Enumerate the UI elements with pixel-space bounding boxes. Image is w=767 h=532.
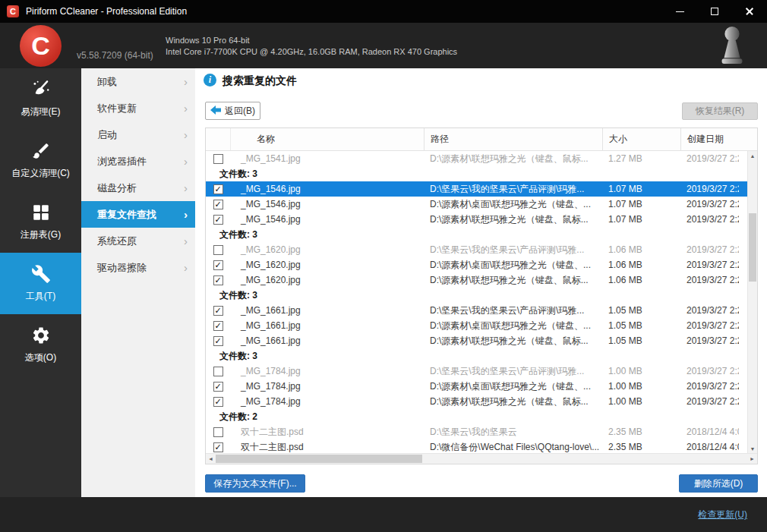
row-checkbox[interactable] bbox=[213, 336, 223, 346]
menu-item-software-updater[interactable]: 软件更新 bbox=[81, 95, 195, 121]
menu-item-duplicate-finder[interactable]: 重复文件查找 bbox=[81, 201, 195, 228]
file-size-cell: 1.06 MB bbox=[602, 275, 680, 285]
tools-menu: 卸载 软件更新 启动 浏览器插件 磁盘分析 重复文件查找 系统还原 驱动器擦除 bbox=[81, 68, 195, 497]
table-row[interactable]: _MG_1546.jpg D:\坚果云\我的坚果云\产品评测\玛雅... 1.0… bbox=[206, 181, 749, 197]
row-checkbox[interactable] bbox=[213, 442, 223, 452]
row-checkbox[interactable] bbox=[213, 321, 223, 331]
sidebar-item-easy-clean[interactable]: 易清理(E) bbox=[0, 68, 81, 130]
table-row[interactable]: _MG_1620.jpg D:\源素材\联想玛雅之光（键盘、鼠标... 1.06… bbox=[206, 272, 749, 288]
file-size-cell: 1.07 MB bbox=[602, 184, 680, 194]
table-row[interactable]: _MG_1784.jpg D:\源素材\联想玛雅之光（键盘、鼠标... 1.00… bbox=[206, 394, 749, 409]
scroll-up-icon[interactable] bbox=[748, 151, 757, 161]
menu-item-startup[interactable]: 启动 bbox=[81, 121, 195, 148]
app-icon: C bbox=[7, 5, 19, 17]
menu-item-label: 系统还原 bbox=[97, 235, 137, 248]
file-name-cell: _MG_1784.jpg bbox=[230, 366, 424, 376]
column-header-checkbox[interactable] bbox=[206, 128, 230, 150]
close-button[interactable] bbox=[732, 0, 767, 23]
table-row[interactable]: _MG_1546.jpg D:\源素材\联想玛雅之光（键盘、鼠标... 1.07… bbox=[206, 212, 749, 227]
table-row[interactable]: _MG_1661.jpg D:\源素材\联想玛雅之光（键盘、鼠标... 1.05… bbox=[206, 333, 749, 348]
file-date-cell: 2019/3/27 2:20... bbox=[680, 153, 739, 164]
group-file-count: 文件数: 2 bbox=[206, 411, 257, 423]
group-summary-row: 文件数: 2 bbox=[206, 409, 749, 424]
scroll-right-icon[interactable] bbox=[747, 454, 757, 464]
column-header-size[interactable]: 大小 bbox=[602, 128, 680, 150]
table-row[interactable]: _MG_1784.jpg D:\坚果云\我的坚果云\产品评测\玛雅... 1.0… bbox=[206, 364, 749, 379]
chevron-right-icon bbox=[184, 235, 188, 247]
horizontal-scrollbar[interactable] bbox=[206, 453, 757, 464]
column-header-path[interactable]: 路径 bbox=[424, 128, 602, 150]
back-button-label: 返回(B) bbox=[225, 105, 255, 118]
horizontal-scroll-thumb[interactable] bbox=[216, 455, 422, 463]
group-summary-row: 文件数: 3 bbox=[206, 227, 749, 242]
sidebar-item-tools[interactable]: 工具(T) bbox=[0, 253, 81, 314]
checkbox-cell bbox=[206, 442, 230, 452]
menu-item-drive-wiper[interactable]: 驱动器擦除 bbox=[81, 254, 195, 281]
file-path-cell: D:\源素材\联想玛雅之光（键盘、鼠标... bbox=[424, 153, 602, 165]
checkbox-cell bbox=[206, 427, 230, 437]
scroll-left-icon[interactable] bbox=[206, 454, 216, 464]
delete-selected-button[interactable]: 删除所选(D) bbox=[679, 474, 758, 493]
row-checkbox[interactable] bbox=[213, 382, 223, 392]
back-button[interactable]: 返回(B) bbox=[205, 102, 260, 120]
sidebar-item-options[interactable]: 选项(O) bbox=[0, 314, 81, 376]
file-path-cell: D:\源素材\桌面\联想玛雅之光（键盘、... bbox=[424, 259, 602, 272]
file-size-cell: 1.05 MB bbox=[602, 305, 680, 316]
table-row[interactable]: _MG_1546.jpg D:\源素材\桌面\联想玛雅之光（键盘、... 1.0… bbox=[206, 197, 749, 212]
table-row[interactable]: _MG_1541.jpg D:\源素材\联想玛雅之光（键盘、鼠标... 1.27… bbox=[206, 151, 749, 166]
file-path-cell: D:\源素材\联想玛雅之光（键盘、鼠标... bbox=[424, 213, 602, 226]
chevron-right-icon bbox=[184, 209, 188, 220]
group-file-count: 文件数: 3 bbox=[206, 228, 257, 241]
menu-item-system-restore[interactable]: 系统还原 bbox=[81, 228, 195, 254]
row-checkbox[interactable] bbox=[213, 306, 223, 316]
table-row[interactable]: 双十二主图.psd D:\坚果云\我的坚果云 2.35 MB 2018/12/4… bbox=[206, 424, 749, 439]
row-checkbox[interactable] bbox=[213, 184, 223, 194]
checkbox-cell bbox=[206, 275, 230, 285]
table-header: 名称 路径 大小 创建日期 bbox=[206, 128, 757, 151]
file-size-cell: 1.06 MB bbox=[602, 244, 680, 255]
gear-icon bbox=[31, 326, 51, 345]
row-checkbox[interactable] bbox=[213, 397, 223, 407]
save-to-text-file-button[interactable]: 保存为文本文件(F)... bbox=[205, 474, 305, 493]
row-checkbox[interactable] bbox=[213, 260, 223, 270]
checkbox-cell bbox=[206, 245, 230, 255]
row-checkbox[interactable] bbox=[213, 367, 223, 376]
row-checkbox[interactable] bbox=[213, 215, 223, 225]
column-header-name[interactable]: 名称 bbox=[230, 128, 424, 150]
app-header: v5.58.7209 (64-bit) Windows 10 Pro 64-bi… bbox=[0, 23, 767, 68]
table-row[interactable]: 双十二主图.psd D:\微信备份\WeChat Files\QQtang-lo… bbox=[206, 439, 749, 454]
vertical-scroll-thumb[interactable] bbox=[749, 213, 756, 282]
menu-item-disk-analyzer[interactable]: 磁盘分析 bbox=[81, 175, 195, 201]
chevron-right-icon bbox=[184, 129, 188, 140]
column-header-date[interactable]: 创建日期 bbox=[680, 128, 757, 150]
maximize-icon bbox=[711, 8, 718, 15]
table-row[interactable]: _MG_1661.jpg D:\坚果云\我的坚果云\产品评测\玛雅... 1.0… bbox=[206, 303, 749, 318]
menu-item-label: 启动 bbox=[97, 128, 117, 142]
row-checkbox[interactable] bbox=[213, 427, 223, 437]
table-row[interactable]: _MG_1620.jpg D:\源素材\桌面\联想玛雅之光（键盘、... 1.0… bbox=[206, 257, 749, 272]
sidebar-item-custom-clean[interactable]: 自定义清理(C) bbox=[0, 130, 81, 191]
row-checkbox[interactable] bbox=[213, 275, 223, 285]
checkbox-cell bbox=[206, 260, 230, 270]
table-row[interactable]: _MG_1620.jpg D:\坚果云\我的坚果云\产品评测\玛雅... 1.0… bbox=[206, 242, 749, 257]
table-row[interactable]: _MG_1784.jpg D:\源素材\桌面\联想玛雅之光（键盘、... 1.0… bbox=[206, 379, 749, 394]
ccleaner-logo-icon bbox=[20, 25, 62, 67]
table-row[interactable]: _MG_1661.jpg D:\源素材\桌面\联想玛雅之光（键盘、... 1.0… bbox=[206, 318, 749, 333]
row-checkbox[interactable] bbox=[213, 154, 223, 164]
row-checkbox[interactable] bbox=[213, 200, 223, 209]
file-name-cell: _MG_1546.jpg bbox=[230, 214, 424, 225]
vertical-scrollbar[interactable] bbox=[747, 151, 757, 454]
check-for-updates-link[interactable]: 检查更新(U) bbox=[698, 508, 747, 521]
file-date-cell: 2019/3/27 2:20... bbox=[680, 396, 739, 407]
menu-item-browser-plugins[interactable]: 浏览器插件 bbox=[81, 148, 195, 175]
file-path-cell: D:\源素材\桌面\联想玛雅之光（键盘、... bbox=[424, 198, 602, 211]
restore-results-button[interactable]: 恢复结果(R) bbox=[682, 102, 758, 120]
sidebar-item-registry[interactable]: 注册表(G) bbox=[0, 191, 81, 253]
sidebar: 易清理(E) 自定义清理(C) 注册表(G) 工具(T) 选项(O) bbox=[0, 68, 81, 497]
file-size-cell: 1.00 MB bbox=[602, 396, 680, 407]
row-checkbox[interactable] bbox=[213, 245, 223, 255]
maximize-button[interactable] bbox=[697, 0, 732, 23]
menu-item-uninstall[interactable]: 卸载 bbox=[81, 68, 195, 95]
minimize-button[interactable] bbox=[662, 0, 697, 23]
file-date-cell: 2019/3/27 2:20... bbox=[680, 381, 739, 392]
